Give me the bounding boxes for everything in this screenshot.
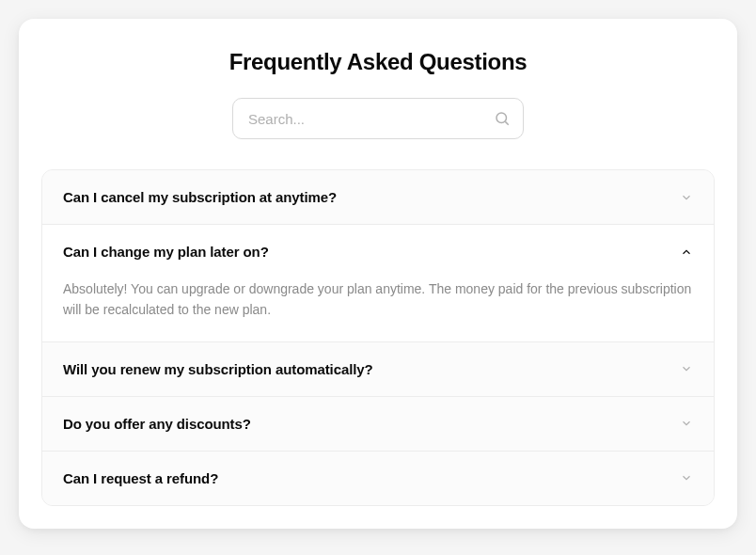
faq-question: Can I request a refund? <box>63 470 218 486</box>
faq-question: Can I cancel my subscription at anytime? <box>63 189 337 205</box>
faq-header[interactable]: Can I cancel my subscription at anytime? <box>42 170 714 224</box>
faq-header[interactable]: Can I change my plan later on? <box>42 225 714 278</box>
chevron-down-icon <box>680 362 693 375</box>
faq-item-refund: Can I request a refund? <box>42 452 714 505</box>
faq-question: Do you offer any discounts? <box>63 416 251 432</box>
faq-card: Frequently Asked Questions Can I cancel … <box>19 19 737 529</box>
faq-header[interactable]: Can I request a refund? <box>42 452 714 505</box>
chevron-down-icon <box>680 417 693 430</box>
faq-item-renew-subscription: Will you renew my subscription automatic… <box>42 342 714 397</box>
search-box <box>232 98 524 139</box>
search-input[interactable] <box>232 98 524 139</box>
chevron-up-icon <box>680 246 693 259</box>
faq-item-discounts: Do you offer any discounts? <box>42 397 714 452</box>
faq-question: Can I change my plan later on? <box>63 244 269 260</box>
faq-header[interactable]: Will you renew my subscription automatic… <box>42 342 714 396</box>
faq-question: Will you renew my subscription automatic… <box>63 361 373 377</box>
chevron-down-icon <box>680 471 693 484</box>
faq-accordion: Can I cancel my subscription at anytime?… <box>41 169 715 506</box>
chevron-down-icon <box>680 191 693 204</box>
faq-item-change-plan: Can I change my plan later on? Absolutel… <box>42 225 714 342</box>
faq-item-cancel-subscription: Can I cancel my subscription at anytime? <box>42 170 714 225</box>
page-title: Frequently Asked Questions <box>41 49 715 75</box>
faq-header[interactable]: Do you offer any discounts? <box>42 397 714 451</box>
search-container <box>41 98 715 139</box>
faq-answer: Absolutely! You can upgrade or downgrade… <box>42 278 714 341</box>
